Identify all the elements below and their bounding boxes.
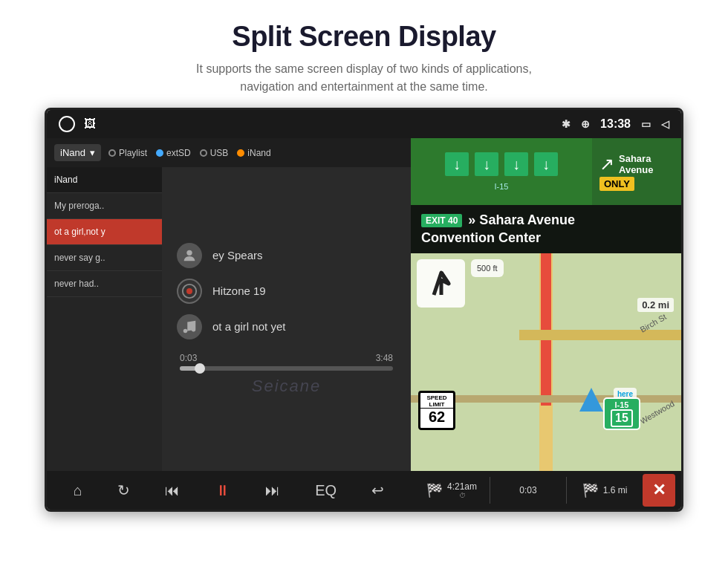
- status-bar: 🖼 ✱ ⊕ 13:38 ▭ ◁: [47, 110, 681, 138]
- nav-destination-line2: Convention Center: [421, 230, 671, 247]
- playlist-sidebar: iNand My preroga.. ot a girl,not y never…: [47, 167, 162, 471]
- prev-button[interactable]: ⏮: [159, 479, 186, 502]
- speed-sign: SPEED LIMIT 62: [418, 391, 455, 430]
- nav-close-button[interactable]: ✕: [643, 474, 675, 507]
- eq-button[interactable]: EQ: [309, 479, 342, 502]
- source-label: iNand: [60, 147, 85, 158]
- status-right: ✱ ⊕ 13:38 ▭ ◁: [562, 117, 669, 131]
- dropdown-arrow-icon: ▾: [90, 147, 95, 158]
- back-icon: ◁: [661, 118, 669, 130]
- status-left: 🖼: [59, 116, 96, 132]
- page-subtitle: It supports the same screen display of t…: [15, 60, 713, 96]
- track-info-rows: ey Spears Hitzone 19: [169, 243, 403, 339]
- source-usb[interactable]: USB: [200, 148, 229, 158]
- nav-exit-row: EXIT 40 » Sahara Avenue: [421, 212, 671, 229]
- watermark: Seicane: [252, 377, 322, 396]
- extsd-label: extSD: [166, 148, 191, 158]
- source-dropdown[interactable]: iNand ▾: [54, 144, 101, 161]
- distance-info: 0.2 mi: [637, 298, 674, 312]
- source-extsd[interactable]: extSD: [156, 148, 191, 158]
- inand-radio: [237, 149, 244, 157]
- artist-name: ey Spears: [212, 249, 263, 261]
- car-position-icon: [579, 388, 603, 412]
- svg-point-0: [186, 250, 192, 255]
- distance-label: 500 ft: [471, 259, 504, 277]
- progress-total: 3:48: [376, 353, 393, 363]
- back-button[interactable]: ↩: [365, 478, 390, 502]
- nav-signs: ↓ ↓ ↓ ↓ I-15 ↗ Sahara Avenue ONLY: [411, 138, 681, 205]
- page-title: Split Screen Display: [15, 21, 713, 53]
- home-button[interactable]: ⌂: [68, 479, 88, 502]
- pause-button[interactable]: ⏸: [209, 479, 236, 502]
- nav-destination-line1: » Sahara Avenue: [468, 212, 575, 229]
- artist-row: ey Spears: [177, 243, 396, 268]
- eta-time: 4:21am: [447, 481, 477, 492]
- next-button[interactable]: ⏭: [259, 479, 286, 502]
- inand-label: iNand: [247, 148, 270, 158]
- nav-turn-area: 500 ft: [417, 259, 504, 308]
- progress-current: 0:03: [180, 353, 197, 363]
- svg-point-2: [187, 289, 192, 293]
- device-screen: 🖼 ✱ ⊕ 13:38 ▭ ◁ iNand ▾: [45, 108, 683, 512]
- playlist-item-never-had[interactable]: never had..: [47, 271, 162, 297]
- repeat-button[interactable]: ↻: [111, 478, 136, 502]
- progress-bar[interactable]: [180, 366, 393, 371]
- road-label-west: Westwood: [638, 399, 675, 426]
- divider-2: [566, 477, 567, 504]
- music-main: ey Spears Hitzone 19: [162, 167, 411, 471]
- music-body: iNand My preroga.. ot a girl,not y never…: [47, 167, 411, 471]
- i15-label: I-15: [495, 182, 509, 191]
- music-note-icon: [177, 314, 202, 339]
- highway-map-sign: I-15 15: [603, 397, 640, 430]
- artist-icon: [177, 243, 202, 268]
- disc-icon: [177, 279, 202, 304]
- progress-thumb[interactable]: [195, 363, 205, 374]
- progress-area: 0:03 3:48: [169, 353, 403, 371]
- eta-duration: 0:03: [493, 485, 563, 495]
- highway-i15-label: I-15: [611, 400, 633, 409]
- nav-panel: ↓ ↓ ↓ ↓ I-15 ↗ Sahara Avenue ONLY: [411, 138, 681, 510]
- nav-arrow-2: ↓: [475, 152, 498, 176]
- album-row: Hitzone 19: [177, 279, 396, 304]
- turn-icon-box: [417, 259, 465, 308]
- car-distance: 500 ft: [477, 264, 498, 273]
- nav-bottom-bar: 🏁 4:21am ⏱ 0:03 🏁 1.6 mi: [411, 471, 681, 510]
- eta-start: 🏁 4:21am ⏱: [417, 481, 487, 499]
- playlist-item-prerogative[interactable]: My preroga..: [47, 193, 162, 219]
- eta-duration-text: 0:03: [519, 485, 536, 495]
- nav-arrow-1: ↓: [445, 152, 469, 176]
- nav-sign-green: ↓ ↓ ↓ ↓ I-15: [411, 138, 592, 205]
- nav-arrow-4: ↓: [534, 152, 558, 176]
- source-options: Playlist extSD USB iNand: [108, 148, 271, 158]
- device-wrapper: 🖼 ✱ ⊕ 13:38 ▭ ◁ iNand ▾: [0, 108, 728, 527]
- music-panel: iNand ▾ Playlist extSD: [47, 138, 411, 510]
- exit-badge: EXIT 40: [421, 214, 462, 227]
- playlist-radio: [108, 149, 116, 157]
- nav-right-arrow-icon: ↗: [599, 154, 614, 175]
- usb-radio: [200, 149, 207, 157]
- source-bar: iNand ▾ Playlist extSD: [47, 138, 411, 167]
- playlist-item-girl[interactable]: ot a girl,not y: [47, 219, 162, 245]
- playlist-label: Playlist: [119, 148, 147, 158]
- home-circle-icon: [59, 116, 75, 132]
- flag-end-icon: 🏁: [582, 482, 599, 498]
- location-icon: ⊕: [581, 118, 590, 130]
- status-time: 13:38: [600, 117, 631, 131]
- title-row: ot a girl not yet: [177, 314, 396, 339]
- only-badge: ONLY: [599, 177, 634, 191]
- progress-times: 0:03 3:48: [180, 353, 393, 363]
- nav-arrows: ↓ ↓ ↓ ↓: [445, 152, 558, 176]
- speed-limit-label: SPEED LIMIT: [420, 394, 453, 409]
- split-content: iNand ▾ Playlist extSD: [47, 138, 681, 510]
- map-area: Birch St Westwood 500 ft: [411, 253, 681, 471]
- page-header: Split Screen Display It supports the sam…: [0, 0, 728, 108]
- source-playlist[interactable]: Playlist: [108, 148, 147, 158]
- controls-bar: ⌂ ↻ ⏮ ⏸ ⏭ EQ ↩: [47, 471, 411, 510]
- nav-sign-right: ↗ Sahara Avenue ONLY: [592, 138, 681, 205]
- divider-1: [490, 477, 490, 504]
- source-inand[interactable]: iNand: [237, 148, 270, 158]
- speed-number: 62: [420, 409, 453, 425]
- playlist-item-never-say[interactable]: never say g..: [47, 245, 162, 271]
- eta-distance: 1.6 mi: [603, 485, 628, 495]
- playlist-item-inand[interactable]: iNand: [47, 167, 162, 193]
